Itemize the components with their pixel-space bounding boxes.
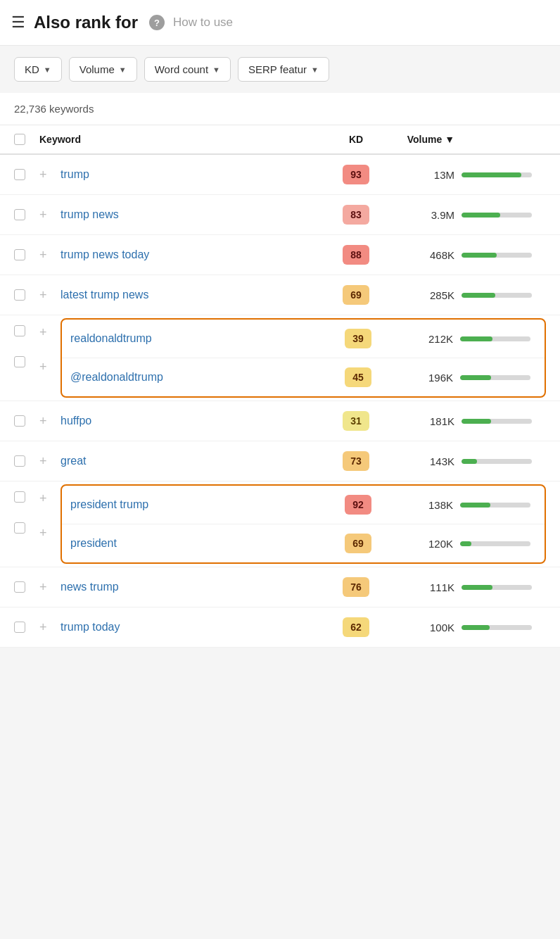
add-keyword-icon[interactable]: + <box>39 168 56 182</box>
filter-kd-label: KD <box>25 63 39 75</box>
row-checkbox[interactable] <box>14 249 25 260</box>
table-row: + trump news 83 3.9M <box>0 195 560 235</box>
row-checkbox[interactable] <box>14 356 25 367</box>
kd-badge: 73 <box>343 451 369 471</box>
add-keyword-icon[interactable]: + <box>39 454 56 469</box>
hamburger-icon[interactable]: ☰ <box>11 13 25 32</box>
row-checkbox[interactable] <box>14 491 25 503</box>
keyword-link[interactable]: latest trump news <box>61 289 328 301</box>
table-row: + news trump 76 111K <box>0 567 560 607</box>
column-volume[interactable]: Volume ▼ <box>384 134 462 145</box>
keyword-link[interactable]: president trump <box>62 498 333 511</box>
add-keyword-icon[interactable]: + <box>39 414 56 429</box>
kd-badge: 88 <box>343 245 369 265</box>
row-checkbox[interactable] <box>14 169 25 180</box>
table-header: Keyword KD Volume ▼ <box>0 125 560 155</box>
keyword-link[interactable]: huffpo <box>61 415 328 427</box>
table-container: Keyword KD Volume ▼ + trump 93 13M + tru… <box>0 125 560 648</box>
row-checkbox[interactable] <box>14 209 25 220</box>
kd-badge: 69 <box>345 534 371 553</box>
row-checkbox[interactable] <box>14 622 25 633</box>
filter-word-count[interactable]: Word count ▼ <box>144 57 231 82</box>
header: ☰ Also rank for ? How to use <box>0 0 560 46</box>
kd-badge: 93 <box>343 165 369 184</box>
kd-badge: 45 <box>345 367 371 387</box>
keyword-link[interactable]: trump news today <box>61 248 328 261</box>
help-icon[interactable]: ? <box>149 15 165 30</box>
add-keyword-icon[interactable]: + <box>39 208 56 222</box>
filter-serp-features[interactable]: SERP featur ▼ <box>238 57 329 82</box>
filter-serp-label: SERP featur <box>248 63 307 75</box>
highlighted-row: realdonaldtrump 39 212K <box>62 320 545 358</box>
kd-badge: 92 <box>345 495 371 515</box>
row-checkbox[interactable] <box>14 455 25 467</box>
table-row: + trump today 62 100K <box>0 607 560 648</box>
table-row: + great 73 143K <box>0 441 560 481</box>
kd-badge: 83 <box>343 205 369 225</box>
filter-kd[interactable]: KD ▼ <box>14 57 62 82</box>
keyword-link[interactable]: news trump <box>61 581 328 593</box>
row-checkbox[interactable] <box>14 522 25 534</box>
select-all-checkbox[interactable] <box>14 134 25 145</box>
filters-bar: KD ▼ Volume ▼ Word count ▼ SERP featur ▼ <box>0 46 560 93</box>
column-kd: KD <box>328 134 384 145</box>
add-keyword-icon[interactable]: + <box>39 248 56 263</box>
keyword-link[interactable]: trump <box>61 168 328 181</box>
kd-badge: 62 <box>343 617 369 637</box>
keyword-link[interactable]: trump news <box>61 208 328 221</box>
chevron-down-icon: ▼ <box>119 65 127 74</box>
kd-badge: 31 <box>343 411 369 431</box>
table-row: + latest trump news 69 285K <box>0 275 560 315</box>
keyword-link[interactable]: @realdonaldtrump <box>62 371 333 384</box>
filter-volume-label: Volume <box>79 63 115 75</box>
table-row: + huffpo 31 181K <box>0 401 560 441</box>
kd-badge: 69 <box>343 285 369 305</box>
highlighted-row: @realdonaldtrump 45 196K <box>62 358 545 396</box>
keyword-link[interactable]: realdonaldtrump <box>62 332 333 345</box>
keyword-link[interactable]: great <box>61 455 328 467</box>
row-checkbox[interactable] <box>14 325 25 336</box>
column-keyword: Keyword <box>39 134 328 145</box>
add-keyword-icon[interactable]: + <box>39 580 56 595</box>
filter-volume[interactable]: Volume ▼ <box>69 57 137 82</box>
row-checkbox[interactable] <box>14 581 25 593</box>
table-row: + trump news today 88 468K <box>0 235 560 275</box>
page-title: Also rank for <box>34 13 138 32</box>
chevron-down-icon: ▼ <box>311 65 319 74</box>
keyword-link[interactable]: trump today <box>61 621 328 634</box>
highlighted-row: president trump 92 138K <box>62 486 545 524</box>
row-checkbox[interactable] <box>14 289 25 301</box>
table-row: + trump 93 13M <box>0 155 560 195</box>
highlight-group-2: + + president trump 92 138K president 69… <box>0 481 560 567</box>
add-keyword-icon[interactable]: + <box>39 288 56 303</box>
keywords-count: 22,736 keywords <box>0 93 560 125</box>
highlight-group-1: + + realdonaldtrump 39 212K @realdonaldt… <box>0 315 560 401</box>
kd-badge: 39 <box>345 329 371 348</box>
filter-word-count-label: Word count <box>155 63 208 75</box>
kd-badge: 76 <box>343 577 369 597</box>
row-checkbox[interactable] <box>14 415 25 427</box>
keyword-link[interactable]: president <box>62 537 333 550</box>
highlighted-row: president 69 120K <box>62 524 545 562</box>
how-to-use-label[interactable]: How to use <box>173 15 233 30</box>
chevron-down-icon: ▼ <box>44 65 51 74</box>
add-keyword-icon[interactable]: + <box>39 620 56 635</box>
chevron-down-icon: ▼ <box>212 65 220 74</box>
